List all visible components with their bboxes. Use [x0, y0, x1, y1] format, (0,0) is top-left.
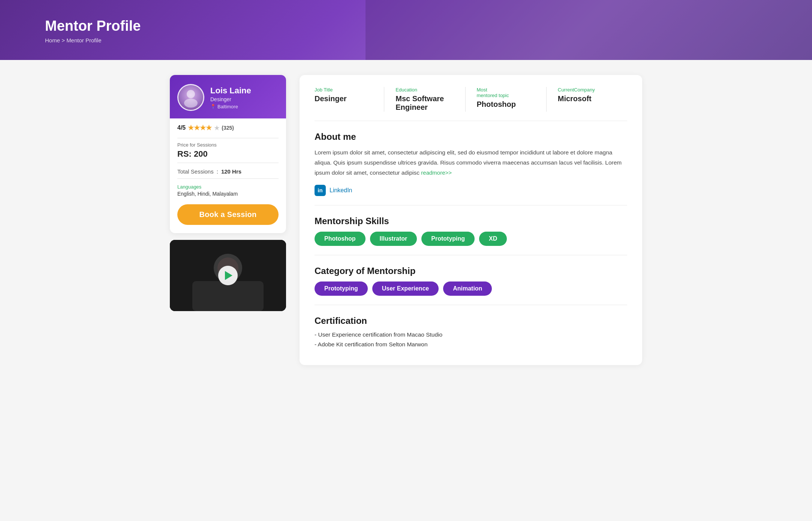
info-key-job: Job Title	[315, 87, 373, 93]
book-session-button[interactable]: Book a Session	[177, 204, 279, 225]
sessions-sep: :	[217, 168, 218, 175]
skills-title: Mentorship Skills	[315, 216, 627, 226]
info-val-company: Microsoft	[558, 94, 616, 103]
divider-3	[177, 178, 279, 179]
stars-full: ★★★★	[188, 124, 212, 132]
profile-card: Lois Laine Desinger 📍 Baltimore 4/5 ★★★★…	[170, 75, 286, 233]
svg-point-1	[184, 99, 198, 108]
breadcrumb: Home > Mentor Profile	[45, 37, 767, 43]
video-bg	[170, 240, 286, 311]
category-title: Category of Mentorship	[315, 266, 627, 276]
info-key-education: Education	[396, 87, 454, 93]
linkedin-row[interactable]: in LinkedIn	[315, 185, 627, 205]
profile-info: Lois Laine Desinger 📍 Baltimore	[210, 86, 251, 109]
divider-1	[177, 138, 279, 138]
skill-tag-prototyping[interactable]: Prototyping	[421, 232, 475, 246]
breadcrumb-home[interactable]: Home	[45, 37, 60, 43]
info-key-topic: Mostmentored topic	[477, 87, 535, 98]
info-key-company: CurrentCompany	[558, 87, 616, 93]
certification-section: Certification - User Experience certific…	[315, 316, 627, 348]
sessions-label: Total Sessions	[177, 168, 214, 175]
linkedin-icon: in	[315, 185, 326, 196]
rating-count: (325)	[222, 125, 234, 131]
sessions-row: Total Sessions : 120 Hrs	[177, 168, 279, 175]
languages-label: Languages	[177, 184, 279, 190]
breadcrumb-current: Mentor Profile	[66, 37, 101, 43]
info-item-company: CurrentCompany Microsoft	[546, 87, 627, 112]
skill-tag-xd[interactable]: XD	[479, 232, 507, 246]
cert-title: Certification	[315, 316, 627, 326]
category-tags-row: Prototyping User Experience Animation	[315, 281, 627, 296]
category-section: Category of Mentorship Prototyping User …	[315, 266, 627, 305]
svg-point-0	[187, 90, 195, 98]
linkedin-icon-text: in	[318, 187, 322, 193]
linkedin-link[interactable]: LinkedIn	[330, 187, 352, 194]
right-column: Job Title Desinger Education Msc Softwar…	[300, 75, 642, 365]
play-icon	[225, 271, 232, 280]
profile-location: 📍 Baltimore	[210, 104, 251, 109]
info-strip: Job Title Desinger Education Msc Softwar…	[315, 87, 627, 121]
skills-section: Mentorship Skills Photoshop Illustrator …	[315, 216, 627, 255]
info-val-education: Msc Software Engineer	[396, 94, 454, 112]
readmore-link[interactable]: readmore>>	[421, 169, 452, 176]
about-text-content: Lorem ipsum dolor sit amet, consectetur …	[315, 149, 622, 176]
about-text: Lorem ipsum dolor sit amet, consectetur …	[315, 147, 627, 178]
avatar	[177, 84, 204, 111]
about-section: About me Lorem ipsum dolor sit amet, con…	[315, 132, 627, 178]
info-val-topic: Photoshop	[477, 100, 535, 109]
play-button[interactable]	[218, 266, 238, 285]
rating-score: 4/5	[177, 124, 186, 131]
profile-card-top: Lois Laine Desinger 📍 Baltimore	[170, 75, 286, 118]
languages-value: English, Hindi, Malayalam	[177, 191, 279, 197]
price-value: RS: 200	[177, 149, 279, 159]
sessions-value: 120 Hrs	[221, 168, 241, 175]
info-item-job: Job Title Desinger	[315, 87, 384, 112]
divider-2	[177, 163, 279, 163]
avatar-image	[178, 85, 203, 110]
skills-tags-row: Photoshop Illustrator Prototyping XD	[315, 232, 627, 246]
info-val-job: Desinger	[315, 94, 373, 103]
skill-tag-illustrator[interactable]: Illustrator	[370, 232, 417, 246]
location-icon: 📍	[210, 104, 216, 109]
skill-tag-photoshop[interactable]: Photoshop	[315, 232, 366, 246]
about-title: About me	[315, 132, 627, 142]
category-tag-ux[interactable]: User Experience	[372, 281, 439, 296]
page-title: Mentor Profile	[45, 18, 767, 34]
profile-job-title: Desinger	[210, 96, 251, 102]
profile-card-bottom: 4/5 ★★★★ ★ (325) Price for Sessions RS: …	[170, 118, 286, 233]
breadcrumb-sep: >	[60, 37, 66, 43]
cert-item-1: - User Experience certification from Mac…	[315, 331, 627, 338]
video-thumbnail[interactable]	[170, 240, 286, 311]
category-tag-prototyping[interactable]: Prototyping	[315, 281, 368, 296]
profile-name: Lois Laine	[210, 86, 251, 96]
hero-banner: Mentor Profile Home > Mentor Profile	[0, 0, 812, 60]
svg-rect-6	[192, 281, 264, 311]
price-label: Price for Sessions	[177, 142, 279, 148]
info-item-topic: Mostmentored topic Photoshop	[465, 87, 546, 112]
cert-item-2: - Adobe Kit certification from Selton Ma…	[315, 341, 627, 348]
avatar-svg	[181, 87, 201, 108]
location-text: Baltimore	[217, 104, 238, 109]
rating-row: 4/5 ★★★★ ★ (325)	[177, 124, 279, 132]
left-column: Lois Laine Desinger 📍 Baltimore 4/5 ★★★★…	[170, 75, 286, 311]
star-half: ★	[214, 124, 219, 132]
category-tag-animation[interactable]: Animation	[443, 281, 492, 296]
main-content: Lois Laine Desinger 📍 Baltimore 4/5 ★★★★…	[159, 75, 653, 365]
info-item-education: Education Msc Software Engineer	[384, 87, 465, 112]
